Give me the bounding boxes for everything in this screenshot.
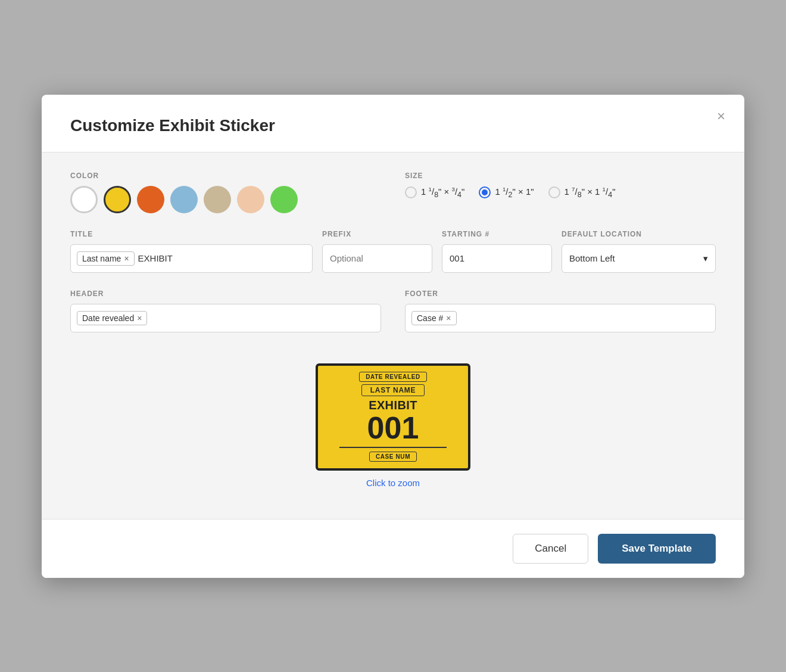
sticker-number: 001 [367,412,419,443]
default-location-select[interactable]: Bottom Left ▾ [562,244,716,273]
title-tag-text: Last name [82,254,121,263]
color-section: COLOR [70,172,381,213]
footer-label: FOOTER [405,290,716,298]
modal-body: COLOR SIZE 1 1/8" × 3/4" [42,153,744,519]
starting-input[interactable] [442,244,552,273]
color-size-row: COLOR SIZE 1 1/8" × 3/4" [70,172,716,213]
footer-group: FOOTER Case # × [405,290,716,332]
radio-medium[interactable] [479,186,491,198]
title-label: TITLE [70,230,313,238]
footer-tag-remove[interactable]: × [446,314,451,322]
header-tag-remove[interactable]: × [137,314,142,322]
header-tag-date: Date revealed × [77,311,147,325]
starting-label: STARTING # [442,230,552,238]
color-swatch-peach[interactable] [237,186,264,213]
size-small-label: 1 1/8" × 3/4" [421,186,464,199]
footer-tag-text: Case # [417,313,443,323]
size-option-small[interactable]: 1 1/8" × 3/4" [405,186,464,199]
header-text-field[interactable] [151,313,375,323]
size-label: SIZE [405,172,716,180]
zoom-link[interactable]: Click to zoom [366,478,420,488]
size-medium-label: 1 1/2" × 1" [495,186,534,199]
sticker-divider [339,447,446,448]
modal-footer: Cancel Save Template [42,519,744,578]
color-swatch-white[interactable] [70,186,98,213]
cancel-button[interactable]: Cancel [513,534,588,564]
radio-small[interactable] [405,186,417,198]
default-location-group: DEFAULT LOCATION Bottom Left ▾ [562,230,716,273]
sticker-preview-area: DATE REVEALED LAST NAME EXHIBIT 001 CASE… [70,351,716,500]
color-swatch-light-blue[interactable] [170,186,198,213]
color-swatch-green[interactable] [270,186,298,213]
color-swatch-yellow[interactable] [104,186,131,213]
footer-tag-case: Case # × [411,311,457,325]
header-footer-row: HEADER Date revealed × FOOTER Case # × [70,290,716,332]
header-input[interactable]: Date revealed × [70,304,381,332]
title-text-field[interactable] [138,253,306,263]
save-template-button[interactable]: Save Template [598,534,716,564]
prefix-label: PREFIX [322,230,432,238]
title-group: TITLE Last name × [70,230,313,273]
size-section: SIZE 1 1/8" × 3/4" 1 1/2" × 1" 1 7/8" × … [405,172,716,213]
sticker-case-num: CASE NUM [369,452,417,462]
modal-header: Customize Exhibit Sticker × [42,95,744,153]
radio-large[interactable] [548,186,560,198]
sticker-last-name: LAST NAME [361,384,425,396]
header-label: HEADER [70,290,381,298]
color-swatch-orange[interactable] [137,186,164,213]
size-options: 1 1/8" × 3/4" 1 1/2" × 1" 1 7/8" × 1 1/4… [405,186,716,199]
color-label: COLOR [70,172,381,180]
size-option-large[interactable]: 1 7/8" × 1 1/4" [548,186,616,199]
modal-dialog: Customize Exhibit Sticker × COLOR [42,95,744,578]
size-large-label: 1 7/8" × 1 1/4" [564,186,616,199]
color-swatch-tan[interactable] [204,186,231,213]
prefix-group: PREFIX [322,230,432,273]
title-input[interactable]: Last name × [70,244,313,273]
size-option-medium[interactable]: 1 1/2" × 1" [479,186,534,199]
close-button[interactable]: × [712,107,730,126]
default-location-value: Bottom Left [569,253,615,263]
sticker-date-revealed: DATE REVEALED [359,372,427,382]
color-swatches [70,186,381,213]
header-tag-text: Date revealed [82,313,134,323]
prefix-input[interactable] [322,244,432,273]
footer-input[interactable]: Case # × [405,304,716,332]
default-location-label: DEFAULT LOCATION [562,230,716,238]
starting-group: STARTING # [442,230,552,273]
chevron-down-icon: ▾ [703,253,708,264]
footer-text-field[interactable] [460,313,709,323]
title-tag-remove[interactable]: × [124,254,129,263]
sticker-preview: DATE REVEALED LAST NAME EXHIBIT 001 CASE… [316,363,470,471]
modal-title: Customize Exhibit Sticker [70,116,716,135]
header-group: HEADER Date revealed × [70,290,381,332]
title-tag-lastname: Last name × [77,251,135,266]
title-prefix-row: TITLE Last name × PREFIX STARTING # [70,230,716,273]
